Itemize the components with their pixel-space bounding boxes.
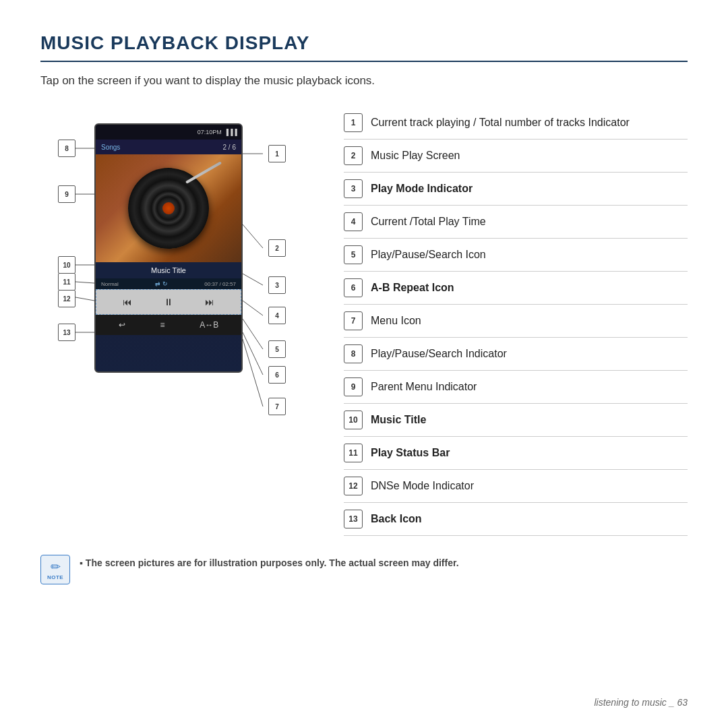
status-time: 07:10PM	[198, 129, 222, 135]
label-12: 12	[58, 290, 75, 307]
battery-icon: ▐▐▐	[224, 129, 237, 135]
svg-line-3	[75, 282, 94, 283]
songs-header: Songs 2 / 6	[96, 140, 241, 154]
label-7: 7	[268, 398, 286, 415]
label-8: 8	[58, 140, 75, 157]
diagram-area: 07:10PM ▐▐▐ Songs 2 / 6	[40, 107, 324, 444]
label-4: 4	[268, 307, 286, 324]
vinyl-record	[128, 168, 209, 249]
legend-text-9: Parent Menu Indicator	[371, 381, 477, 393]
bottom-nav: ↩ ≡ A↔B	[96, 315, 241, 335]
next-button[interactable]: ⏭	[205, 297, 214, 307]
label-3: 3	[268, 276, 286, 294]
ab-nav-icon[interactable]: A↔B	[200, 320, 218, 330]
label-1: 1	[268, 145, 286, 162]
svg-line-4	[75, 297, 94, 301]
legend-text-7: Menu Icon	[371, 315, 421, 327]
note-label: NOTE	[47, 574, 63, 580]
legend-item-5: 5 Play/Pause/Search Icon	[344, 239, 688, 272]
legend-num-11: 11	[344, 444, 363, 462]
legend-num-2: 2	[344, 146, 363, 165]
legend-text-4: Current /Total Play Time	[371, 216, 486, 228]
svg-line-9	[243, 301, 263, 315]
legend-text-8: Play/Pause/Search Indicator	[371, 348, 507, 360]
page-footer: listening to music _ 63	[594, 697, 688, 708]
progress-area: Normal ⇄ ↻ 00:37 / 02:57	[96, 278, 241, 289]
main-layout: 07:10PM ▐▐▐ Songs 2 / 6	[40, 107, 688, 536]
status-bar: 07:10PM ▐▐▐	[96, 125, 241, 140]
pause-button[interactable]: ⏸	[164, 297, 173, 307]
menu-nav-icon[interactable]: ≡	[160, 320, 164, 330]
legend-item-1: 1 Current track playing / Total number o…	[344, 107, 688, 140]
legend-text-5: Play/Pause/Search Icon	[371, 249, 486, 261]
legend-text-6: A-B Repeat Icon	[371, 282, 454, 294]
prev-button[interactable]: ⏮	[123, 297, 132, 307]
legend-num-8: 8	[344, 344, 363, 363]
track-indicator: 2 / 6	[223, 144, 236, 151]
legend-num-13: 13	[344, 510, 363, 528]
label-10: 10	[58, 256, 75, 274]
legend-item-2: 2 Music Play Screen	[344, 140, 688, 173]
legend-num-10: 10	[344, 411, 363, 429]
legend-num-12: 12	[344, 477, 363, 495]
legend-num-7: 7	[344, 311, 363, 330]
music-info: Music Title	[96, 262, 241, 278]
legend-item-6: 6 A-B Repeat Icon	[344, 272, 688, 305]
legend-num-5: 5	[344, 245, 363, 264]
controls-row[interactable]: ⏮ ⏸ ⏭	[96, 289, 241, 315]
svg-line-7	[243, 224, 263, 248]
legend-item-9: 9 Parent Menu Indicator	[344, 371, 688, 404]
legend-text-12: DNSe Mode Indicator	[371, 480, 474, 492]
note-text: ▪ The screen pictures are for illustrati…	[80, 555, 459, 568]
album-art	[96, 154, 241, 262]
legend-num-1: 1	[344, 113, 363, 132]
legend-item-11: 11 Play Status Bar	[344, 437, 688, 470]
note-section: ✏ NOTE ▪ The screen pictures are for ill…	[40, 555, 688, 584]
label-11: 11	[58, 273, 75, 291]
repeat-icons: ⇄ ↻	[155, 280, 168, 287]
legend-num-6: 6	[344, 278, 363, 297]
legend-text-13: Back Icon	[371, 513, 422, 525]
legend-item-12: 12 DNSe Mode Indicator	[344, 470, 688, 503]
page-subtitle: Tap on the screen if you want to display…	[40, 74, 688, 88]
legend-text-11: Play Status Bar	[371, 447, 450, 459]
label-5: 5	[268, 340, 286, 358]
svg-line-10	[243, 319, 263, 349]
time-display: 00:37 / 02:57	[204, 281, 236, 287]
label-2: 2	[268, 239, 286, 257]
label-13: 13	[58, 324, 75, 341]
legend-text-3: Play Mode Indicator	[371, 183, 473, 195]
svg-line-8	[243, 274, 263, 285]
legend-item-10: 10 Music Title	[344, 404, 688, 437]
legend-item-4: 4 Current /Total Play Time	[344, 206, 688, 239]
label-9: 9	[58, 185, 75, 203]
music-title-display: Music Title	[101, 265, 236, 276]
legend-item-3: 3 Play Mode Indicator	[344, 173, 688, 206]
device-screen: 07:10PM ▐▐▐ Songs 2 / 6	[94, 123, 243, 373]
svg-line-12	[243, 339, 263, 406]
pencil-icon: ✏	[51, 559, 61, 574]
legend-num-9: 9	[344, 377, 363, 396]
legend-text-2: Music Play Screen	[371, 150, 460, 162]
legend-num-3: 3	[344, 179, 363, 198]
legend-num-4: 4	[344, 212, 363, 231]
legend-text-10: Music Title	[371, 414, 426, 426]
mode-text: Normal	[101, 281, 119, 287]
legend-list: 1 Current track playing / Total number o…	[344, 107, 688, 536]
needle-arm	[185, 161, 222, 183]
legend-item-7: 7 Menu Icon	[344, 305, 688, 338]
back-nav-icon[interactable]: ↩	[119, 320, 125, 330]
page-title: MUSIC PLAYBACK DISPLAY	[40, 32, 688, 62]
legend-text-1: Current track playing / Total number of …	[371, 117, 630, 129]
legend-item-8: 8 Play/Pause/Search Indicator	[344, 338, 688, 371]
vinyl-center	[162, 202, 175, 214]
legend-item-13: 13 Back Icon	[344, 503, 688, 536]
svg-line-11	[243, 332, 263, 375]
note-icon: ✏ NOTE	[40, 555, 70, 584]
device-mockup: 07:10PM ▐▐▐ Songs 2 / 6	[94, 123, 243, 373]
label-6: 6	[268, 366, 286, 384]
songs-label: Songs	[101, 144, 120, 151]
